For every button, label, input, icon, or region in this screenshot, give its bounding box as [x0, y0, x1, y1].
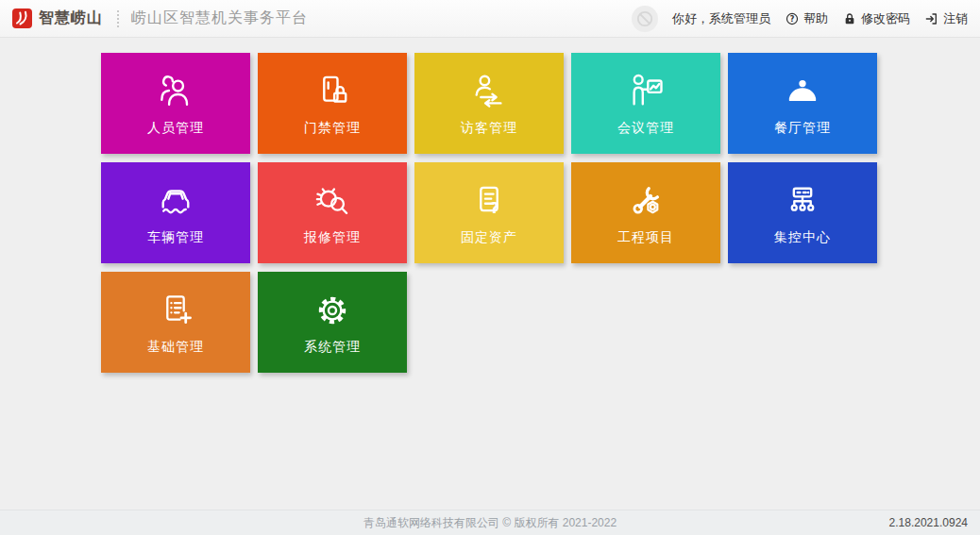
tile-label: 门禁管理 [304, 120, 361, 137]
brand-logo: 智慧崂山 [12, 8, 103, 28]
tile-label: 报修管理 [304, 229, 361, 246]
logo-text: 智慧崂山 [39, 8, 103, 28]
logout-label: 注销 [943, 10, 968, 27]
logout-icon [924, 11, 939, 26]
repair-icon [312, 180, 353, 222]
tile-vehicle[interactable]: 车辆管理 [101, 162, 250, 263]
tile-label: 车辆管理 [147, 229, 204, 246]
tile-access-control[interactable]: 门禁管理 [258, 53, 407, 154]
avatar[interactable] [632, 6, 658, 32]
tile-label: 基础管理 [147, 339, 204, 356]
tile-label: 访客管理 [461, 120, 517, 137]
tile-restaurant[interactable]: 餐厅管理 [728, 53, 877, 154]
main-area: 人员管理 门禁管理 访客管理 会议管理 餐厅管理 车辆管理 报修 [0, 38, 980, 373]
help-button[interactable]: 帮助 [785, 10, 828, 27]
lock-icon [842, 11, 857, 26]
no-photo-icon [634, 8, 656, 30]
tile-label: 工程项目 [617, 229, 674, 246]
header-divider [117, 10, 119, 27]
tile-project[interactable]: 工程项目 [571, 162, 720, 263]
copyright-text: 青岛通软网络科技有限公司 © 版权所有 2021-2022 [363, 515, 617, 531]
tile-personnel[interactable]: 人员管理 [101, 53, 250, 154]
restaurant-icon [782, 71, 823, 112]
platform-title: 崂山区智慧机关事务平台 [131, 8, 308, 28]
change-password-button[interactable]: 修改密码 [842, 10, 910, 27]
tile-grid: 人员管理 门禁管理 访客管理 会议管理 餐厅管理 车辆管理 报修 [101, 53, 980, 373]
tile-label: 人员管理 [147, 120, 204, 137]
tile-label: 集控中心 [774, 229, 831, 246]
vehicle-icon [155, 180, 196, 222]
tile-visitor[interactable]: 访客管理 [414, 53, 564, 154]
change-password-label: 修改密码 [861, 10, 910, 27]
door-lock-icon [312, 71, 353, 112]
version-number: 2.18.2021.0924 [889, 516, 968, 529]
people-icon [155, 71, 196, 112]
tile-system[interactable]: 系统管理 [258, 272, 407, 373]
help-label: 帮助 [803, 10, 828, 27]
visitor-icon [468, 71, 510, 112]
gear-icon [312, 290, 353, 331]
logout-button[interactable]: 注销 [924, 10, 968, 27]
tile-fixed-asset[interactable]: 固定资产 [414, 162, 564, 263]
basic-icon [155, 290, 196, 331]
meeting-icon [625, 71, 667, 112]
logo-icon [12, 8, 32, 28]
footer: 青岛通软网络科技有限公司 © 版权所有 2021-2022 2.18.2021.… [0, 510, 980, 535]
control-center-icon [782, 180, 823, 222]
tile-repair[interactable]: 报修管理 [258, 162, 407, 263]
tile-label: 系统管理 [304, 339, 361, 356]
project-icon [625, 180, 667, 222]
tile-label: 餐厅管理 [774, 120, 831, 137]
help-icon [785, 11, 800, 26]
tile-control-center[interactable]: 集控中心 [728, 162, 877, 263]
tile-label: 会议管理 [617, 120, 674, 137]
tile-basic[interactable]: 基础管理 [101, 272, 250, 373]
user-greeting: 你好，系统管理员 [672, 10, 770, 27]
top-header: 智慧崂山 崂山区智慧机关事务平台 你好，系统管理员 帮助 修改密码 注销 [0, 0, 980, 38]
header-user-area: 你好，系统管理员 帮助 修改密码 注销 [632, 6, 968, 32]
asset-icon [468, 180, 510, 222]
tile-meeting[interactable]: 会议管理 [571, 53, 720, 154]
tile-label: 固定资产 [461, 229, 517, 246]
